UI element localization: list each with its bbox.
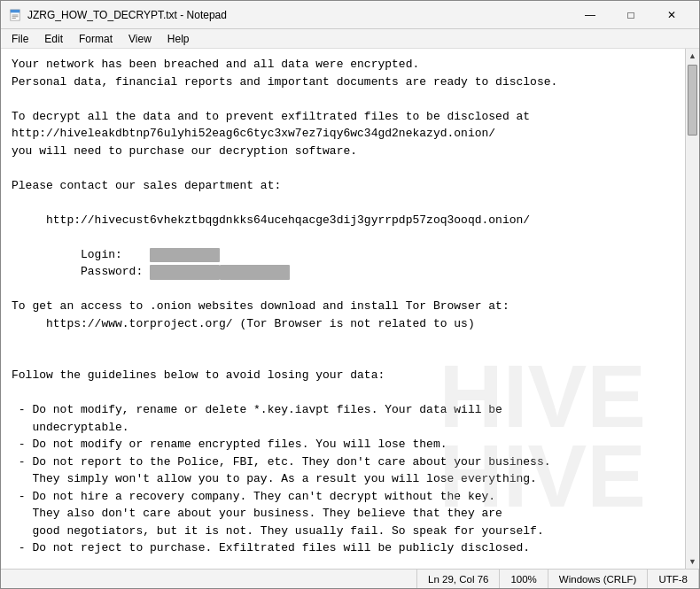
scroll-track[interactable] — [686, 63, 699, 554]
maximize-button[interactable]: □ — [611, 1, 651, 29]
vertical-scrollbar[interactable]: ▲ ▼ — [685, 49, 699, 569]
menu-edit[interactable]: Edit — [37, 31, 70, 47]
title-bar: JZRG_HOW_TO_DECRYPT.txt - Notepad — □ ✕ — [1, 1, 699, 29]
status-zoom: 100% — [500, 570, 548, 588]
app-icon — [8, 8, 22, 22]
menu-bar: File Edit Format View Help — [1, 29, 699, 49]
menu-file[interactable]: File — [4, 31, 35, 47]
menu-help[interactable]: Help — [160, 31, 197, 47]
status-bar: Ln 29, Col 76 100% Windows (CRLF) UTF-8 — [1, 569, 699, 588]
content-area: HIVEHIVE Your network has been breached … — [1, 49, 699, 569]
status-encoding: UTF-8 — [648, 570, 699, 588]
scroll-down-arrow[interactable]: ▼ — [686, 554, 700, 569]
minimize-button[interactable]: — — [570, 1, 611, 29]
window-controls: — □ ✕ — [570, 1, 692, 29]
menu-view[interactable]: View — [121, 31, 159, 47]
svg-rect-1 — [11, 9, 20, 12]
text-editor[interactable]: Your network has been breached and all d… — [1, 49, 685, 569]
scroll-thumb[interactable] — [688, 65, 697, 136]
notepad-window: JZRG_HOW_TO_DECRYPT.txt - Notepad — □ ✕ … — [0, 0, 700, 589]
scroll-up-arrow[interactable]: ▲ — [686, 49, 700, 63]
menu-format[interactable]: Format — [72, 31, 120, 47]
status-ln-col: Ln 29, Col 76 — [417, 570, 500, 588]
close-button[interactable]: ✕ — [651, 1, 692, 29]
status-empty — [1, 570, 417, 588]
status-line-ending: Windows (CRLF) — [548, 570, 649, 588]
window-title: JZRG_HOW_TO_DECRYPT.txt - Notepad — [27, 9, 570, 21]
